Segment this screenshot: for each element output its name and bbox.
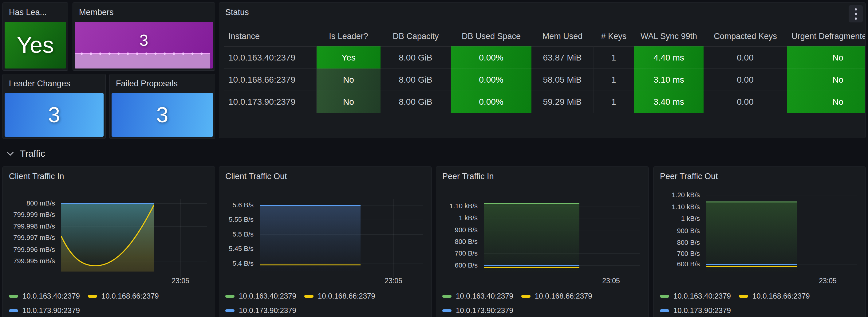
series-area: [484, 203, 579, 272]
panel-title-members[interactable]: Members: [79, 8, 114, 17]
y-tick-label: 5.55 B/s: [229, 215, 254, 224]
y-tick-label: 799.997 mB/s: [13, 233, 55, 242]
y-tick-label: 900 B/s: [455, 226, 478, 234]
col-header-compacted-keys[interactable]: Compacted Keys: [704, 26, 787, 46]
legend-row: 10.0.163.40:2379 10.0.168.66:2379: [442, 292, 592, 300]
has-leader-value-block: Yes: [5, 22, 66, 68]
panel-client-traffic-out: Client Traffic Out 5.6 B/s 5.55 B/s 5.5 …: [219, 166, 432, 317]
cell-wal-sync: 3.40 ms: [634, 91, 704, 113]
panel-has-leader: Has Lea... Yes: [2, 2, 68, 71]
legend-item[interactable]: 10.0.173.90:2379: [9, 306, 80, 315]
series-area: [260, 205, 361, 271]
cell-db-used: 0.00%: [451, 68, 531, 91]
legend-item[interactable]: 10.0.163.40:2379: [660, 292, 731, 300]
panel-leader-changes: Leader Changes 3: [2, 74, 106, 139]
legend-label: 10.0.168.66:2379: [101, 292, 159, 300]
series-area: [706, 201, 797, 272]
failed-proposals-value-block: 3: [112, 93, 213, 137]
legend-label: 10.0.163.40:2379: [456, 292, 513, 300]
panel-title-client-traffic-in[interactable]: Client Traffic In: [9, 172, 64, 181]
legend-label: 10.0.173.90:2379: [239, 306, 296, 315]
chevron-down-icon: [7, 149, 13, 155]
series-color-pill: [88, 295, 97, 298]
cell-urgent: No: [787, 91, 865, 113]
members-sparkline: [75, 53, 210, 68]
series-line-yellow: [484, 267, 579, 268]
gridline: [611, 199, 611, 282]
cell-db-used: 0.00%: [451, 91, 531, 113]
legend-item[interactable]: 10.0.173.90:2379: [442, 306, 513, 315]
cell-mem-used: 59.29 MiB: [531, 91, 593, 113]
y-tick-label: 1.20 kB/s: [672, 191, 700, 199]
cell-instance: 10.0.163.40:2379: [224, 46, 317, 68]
legend-item[interactable]: 10.0.168.66:2379: [304, 292, 375, 300]
y-tick-label: 800 mB/s: [26, 199, 55, 208]
legend-item[interactable]: 10.0.168.66:2379: [739, 292, 810, 300]
x-tick-label: 23:05: [380, 277, 407, 285]
panel-title-failed-proposals[interactable]: Failed Proposals: [116, 79, 178, 89]
cell-is-leader: Yes: [317, 46, 380, 68]
legend-row: 10.0.173.90:2379: [442, 306, 513, 315]
panel-title-peer-traffic-out[interactable]: Peer Traffic Out: [660, 172, 718, 181]
row-toggle-traffic[interactable]: Traffic: [0, 144, 45, 163]
col-header-is-leader[interactable]: Is Leader?: [317, 26, 380, 46]
x-tick-label: 23:05: [814, 277, 842, 285]
legend-label: 10.0.163.40:2379: [239, 292, 296, 300]
cell-db-capacity: 8.00 GiB: [380, 46, 451, 68]
y-tick-label: 600 B/s: [677, 260, 700, 268]
cell-mem-used: 58.05 MiB: [531, 68, 593, 91]
y-tick-label: 700 B/s: [455, 249, 478, 258]
legend-item[interactable]: 10.0.163.40:2379: [225, 292, 296, 300]
legend-label: 10.0.163.40:2379: [674, 292, 731, 300]
col-header-keys[interactable]: # Keys: [593, 26, 634, 46]
legend-item[interactable]: 10.0.163.40:2379: [9, 292, 80, 300]
legend-item[interactable]: 10.0.173.90:2379: [660, 306, 731, 315]
y-tick-label: 799.998 mB/s: [13, 222, 55, 231]
legend-label: 10.0.163.40:2379: [23, 292, 80, 300]
panel-menu-kebab-icon[interactable]: [849, 5, 863, 23]
series-color-pill: [521, 295, 530, 298]
y-tick-label: 600 B/s: [455, 261, 478, 270]
legend-item[interactable]: 10.0.173.90:2379: [225, 306, 296, 315]
y-tick-label: 799.996 mB/s: [13, 246, 55, 254]
series-color-pill: [304, 295, 313, 298]
cell-keys: 1: [593, 46, 634, 68]
legend-item[interactable]: 10.0.168.66:2379: [88, 292, 159, 300]
cell-instance: 10.0.173.90:2379: [224, 91, 317, 113]
legend-item[interactable]: 10.0.163.40:2379: [442, 292, 513, 300]
panel-title-leader-changes[interactable]: Leader Changes: [9, 79, 70, 89]
cell-db-used: 0.00%: [451, 46, 531, 68]
col-header-wal-sync[interactable]: WAL Sync 99th: [634, 26, 704, 46]
y-tick-label: 5.4 B/s: [233, 259, 254, 268]
series-color-pill: [225, 309, 235, 312]
panel-title-peer-traffic-in[interactable]: Peer Traffic In: [442, 172, 494, 181]
col-header-urgent-defragment[interactable]: Urgent Defragmented: [787, 26, 865, 46]
y-tick-label: 1 kB/s: [681, 214, 700, 223]
y-tick-label: 5.5 B/s: [233, 230, 254, 239]
series-color-pill: [660, 295, 669, 298]
cell-wal-sync: 4.40 ms: [634, 46, 704, 68]
legend-item[interactable]: 10.0.168.66:2379: [521, 292, 592, 300]
cell-is-leader: No: [317, 68, 380, 91]
status-table: Instance Is Leader? DB Capacity DB Used …: [224, 26, 865, 133]
leader-changes-value: 3: [48, 104, 60, 126]
y-tick-label: 799.999 mB/s: [13, 211, 55, 219]
series-area: [61, 203, 154, 272]
series-color-pill: [739, 295, 748, 298]
gridline: [394, 199, 394, 282]
y-tick-label: 900 B/s: [677, 227, 700, 235]
cell-keys: 1: [593, 91, 634, 113]
legend-row: 10.0.163.40:2379 10.0.168.66:2379: [9, 292, 159, 300]
col-header-mem-used[interactable]: Mem Used: [531, 26, 593, 46]
col-header-db-used-space[interactable]: DB Used Space: [451, 26, 531, 46]
series-color-pill: [9, 309, 18, 312]
panel-title-has-leader[interactable]: Has Lea...: [9, 8, 47, 17]
legend-label: 10.0.173.90:2379: [23, 306, 80, 315]
panel-title-status[interactable]: Status: [225, 8, 249, 17]
cell-instance: 10.0.168.66:2379: [224, 68, 317, 91]
col-header-db-capacity[interactable]: DB Capacity: [380, 26, 451, 46]
panel-title-client-traffic-out[interactable]: Client Traffic Out: [225, 172, 287, 181]
col-header-instance[interactable]: Instance: [224, 26, 317, 46]
legend-row: 10.0.173.90:2379: [225, 306, 296, 315]
cell-compacted: 0.00: [704, 68, 787, 91]
